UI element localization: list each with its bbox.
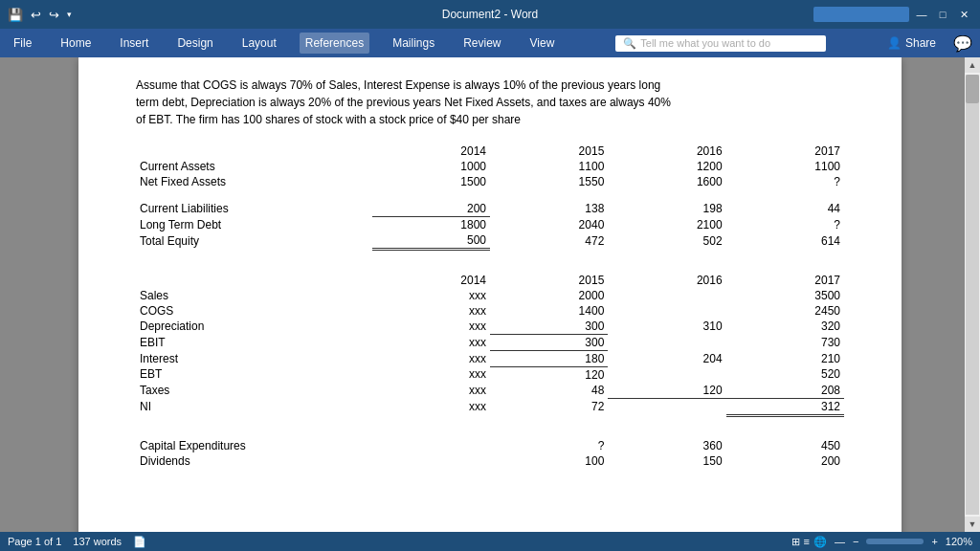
ribbon-review[interactable]: Review [457, 33, 506, 54]
ltd-label: Long Term Debt [136, 217, 372, 233]
page-info: Page 1 of 1 [8, 536, 61, 547]
capex-2017: 450 [726, 438, 844, 453]
ebit-label: EBIT [136, 334, 372, 350]
ca-2016: 1200 [608, 159, 725, 174]
ebit-row: EBIT xxx 300 730 [136, 334, 844, 350]
ribbon-mailings[interactable]: Mailings [387, 33, 440, 54]
search-placeholder: Tell me what you want to do [640, 37, 770, 49]
te-2017: 614 [726, 232, 844, 250]
cogs-2016 [608, 303, 725, 319]
taxes-2017: 208 [726, 383, 844, 399]
depreciation-row: Depreciation xxx 300 310 320 [136, 319, 844, 335]
ltd-2017: ? [726, 217, 844, 233]
zoom-out-button[interactable]: − [853, 536, 858, 547]
depr-label: Depreciation [136, 319, 372, 335]
is-year-2014: 2014 [372, 273, 490, 288]
capex-label: Capital Expenditures [136, 438, 372, 453]
comments-icon[interactable]: 💬 [953, 34, 972, 53]
current-liabilities-row: Current Liabilities 200 138 198 44 [136, 201, 844, 217]
ribbon-design[interactable]: Design [171, 33, 218, 54]
scroll-up-button[interactable]: ▲ [965, 57, 980, 73]
interest-2017: 210 [726, 350, 844, 366]
ni-2017: 312 [726, 398, 844, 415]
ebt-label: EBT [136, 366, 372, 383]
ribbon-file[interactable]: File [8, 33, 37, 54]
title-bar: 💾 ↩ ↪ ▾ Document2 - Word — □ ✕ [0, 0, 980, 29]
bs-year-2014: 2014 [372, 143, 490, 159]
redo-icon[interactable]: ↪ [49, 8, 59, 22]
ebt-row: EBT xxx 120 520 [136, 366, 844, 383]
total-equity-row: Total Equity 500 472 502 614 [136, 232, 844, 250]
nfa-2015: 1550 [490, 174, 608, 189]
read-mode-icon[interactable]: ≡ [804, 536, 810, 548]
other-table: Capital Expenditures ? 360 450 Dividends… [136, 438, 844, 469]
capex-row: Capital Expenditures ? 360 450 [136, 438, 844, 453]
ltd-2014: 1800 [372, 217, 490, 233]
ni-2015: 72 [490, 398, 608, 415]
save-icon[interactable]: 💾 [8, 8, 23, 22]
scroll-thumb[interactable] [966, 75, 979, 103]
cogs-row: COGS xxx 1400 2450 [136, 303, 844, 319]
ca-2017: 1100 [726, 159, 844, 174]
share-button[interactable]: 👤 Share [887, 36, 936, 50]
maximize-button[interactable]: □ [934, 6, 951, 23]
zoom-slider[interactable] [866, 539, 924, 544]
te-2014: 500 [372, 232, 490, 250]
ca-2014: 1000 [372, 159, 490, 174]
bs-year-2016: 2016 [608, 143, 725, 159]
sales-2016 [608, 288, 725, 303]
te-2015: 472 [490, 232, 608, 250]
sales-row: Sales xxx 2000 3500 [136, 288, 844, 303]
scroll-down-button[interactable]: ▼ [965, 517, 980, 532]
ribbon-insert[interactable]: Insert [114, 33, 154, 54]
ribbon-home[interactable]: Home [55, 33, 97, 54]
nfa-2017: ? [726, 174, 844, 189]
depr-2017: 320 [726, 319, 844, 335]
ebt-2017: 520 [726, 366, 844, 383]
bs-gap2-row [136, 250, 844, 261]
ltd-2016: 2100 [608, 217, 725, 233]
user-account[interactable] [813, 7, 909, 22]
cl-2014: 200 [372, 201, 490, 217]
word-count: 137 words [73, 536, 122, 547]
depr-2014: xxx [372, 319, 490, 335]
layout-icons[interactable]: ⊞ ≡ 🌐 [791, 536, 827, 548]
close-button[interactable]: ✕ [955, 6, 972, 23]
div-2015: 100 [490, 453, 608, 469]
vertical-scrollbar[interactable]: ▲ ▼ [965, 57, 980, 532]
zoom-level: 120% [946, 536, 972, 547]
zoom-separator: — [835, 536, 845, 547]
dividends-row: Dividends 100 150 200 [136, 453, 844, 469]
interest-2016: 204 [608, 350, 725, 366]
depr-2015: 300 [490, 319, 608, 335]
sales-2017: 3500 [726, 288, 844, 303]
ltd-2015: 2040 [490, 217, 608, 233]
current-assets-label: Current Assets [136, 159, 372, 174]
share-label: Share [905, 36, 936, 50]
search-icon: 🔍 [623, 37, 636, 50]
interest-row: Interest xxx 180 204 210 [136, 350, 844, 366]
dividends-label: Dividends [136, 453, 372, 469]
cogs-2015: 1400 [490, 303, 608, 319]
window-controls: — □ ✕ [813, 6, 972, 23]
sales-2015: 2000 [490, 288, 608, 303]
nfa-2014: 1500 [372, 174, 490, 189]
ribbon-layout[interactable]: Layout [236, 33, 282, 54]
ni-label: NI [136, 398, 372, 415]
print-layout-icon[interactable]: ⊞ [791, 536, 800, 548]
sales-2014: xxx [372, 288, 490, 303]
div-2016: 150 [608, 453, 725, 469]
web-layout-icon[interactable]: 🌐 [813, 536, 827, 548]
is-gap-row [136, 415, 844, 427]
search-box[interactable]: 🔍 Tell me what you want to do [615, 35, 826, 52]
ribbon-view[interactable]: View [524, 33, 561, 54]
zoom-in-button[interactable]: + [931, 536, 937, 547]
bs-year-header-row: 2014 2015 2016 2017 [136, 143, 844, 159]
minimize-button[interactable]: — [913, 6, 930, 23]
undo-icon[interactable]: ↩ [31, 8, 41, 22]
ribbon: File Home Insert Design Layout Reference… [0, 29, 980, 57]
ribbon-references[interactable]: References [300, 33, 369, 54]
customize-icon[interactable]: ▾ [67, 10, 72, 19]
ebit-2016 [608, 334, 725, 350]
doc-type-icon: 📄 [133, 536, 146, 548]
